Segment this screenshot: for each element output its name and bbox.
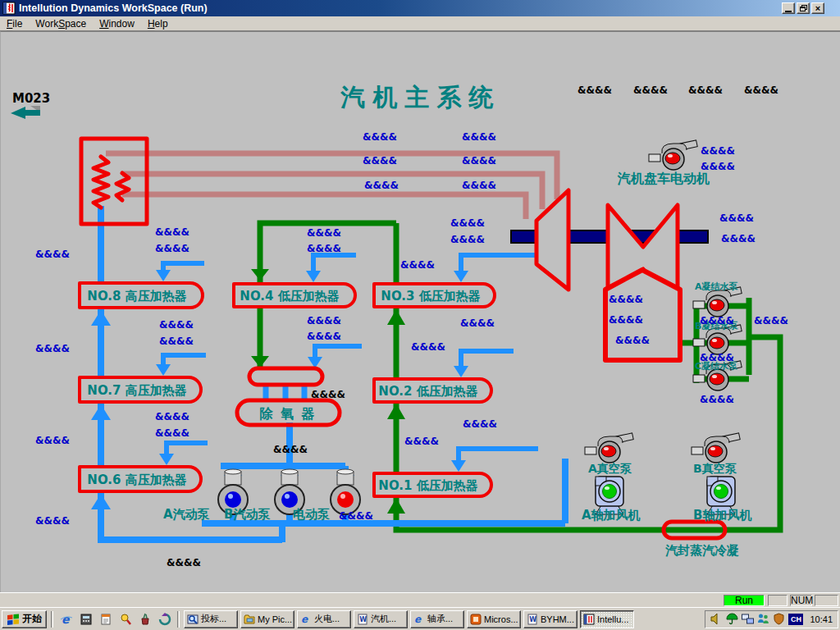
taskbar: 开始 e 投标... My Pic... e 火电... W 汽机... e 轴… — [0, 607, 840, 630]
condensate-pump-a-label: A凝结水泵 — [695, 281, 739, 292]
title-bar: Intellution Dynamics WorkSpace (Run) × — [0, 0, 840, 16]
numlock-indicator: NUM — [790, 595, 812, 606]
task-button-zhoucheng[interactable]: e 轴承... — [410, 610, 464, 628]
svg-text:&&&&: &&&& — [155, 427, 189, 439]
workspace-app-icon[interactable] — [2, 2, 16, 15]
umbrella-icon[interactable] — [726, 613, 738, 625]
svg-text:&&&&: &&&& — [307, 331, 341, 342]
vacuum-pump-b-icon — [692, 433, 740, 463]
users-icon[interactable] — [757, 613, 769, 625]
feed-pump-electric-label: 电动泵 — [293, 507, 331, 522]
svg-text:&&&&: &&&& — [363, 155, 397, 167]
turbine-main-system-diagram: M023 汽机主系统 — [1, 32, 840, 592]
restore-button[interactable] — [797, 2, 810, 14]
flow-arrow-down — [251, 356, 269, 368]
svg-text:&&&&: &&&& — [462, 180, 496, 191]
svg-text:&&&&: &&&& — [633, 84, 668, 96]
media-app-icon — [470, 614, 482, 625]
svg-text:&&&&: &&&& — [462, 155, 496, 167]
language-indicator[interactable]: CH — [788, 614, 803, 625]
task-button-mypic[interactable]: My Pic... — [240, 610, 294, 628]
svg-text:&&&&: &&&& — [273, 444, 308, 455]
word-doc-icon: W — [527, 614, 538, 625]
search-folder-icon — [187, 614, 199, 625]
heater-no8-label: NO.8 高压加热器 — [87, 289, 186, 304]
feed-pump-b-label: B汽动泵 — [224, 507, 271, 522]
turning-motor-icon — [649, 140, 697, 170]
flow-arrow-up — [387, 404, 405, 419]
quicklaunch-notes-icon[interactable] — [97, 610, 114, 628]
word-doc-icon: W — [357, 614, 368, 625]
close-button[interactable]: × — [811, 2, 824, 14]
svg-text:&&&&: &&&& — [700, 352, 734, 363]
deaerator-head-tank — [249, 368, 322, 385]
menu-help[interactable]: Help — [141, 17, 175, 30]
tray-app-icon[interactable] — [773, 613, 785, 625]
svg-text:&&&&: &&&& — [609, 314, 643, 326]
heater-no7-label: NO.7 高压加热器 — [87, 383, 186, 398]
folder-icon — [244, 614, 255, 625]
flow-arrow-up — [387, 498, 405, 514]
quicklaunch-calculator-icon[interactable] — [77, 610, 94, 628]
quicklaunch-ie-icon[interactable]: e — [57, 610, 75, 628]
task-button-huodian[interactable]: e 火电... — [297, 610, 351, 628]
quicklaunch-brush-cup-icon[interactable] — [136, 610, 153, 628]
menu-workspace[interactable]: WorkSpace — [29, 17, 93, 30]
taskbar-separator — [177, 611, 180, 628]
close-icon: × — [815, 4, 820, 12]
svg-text:&&&&: &&&& — [460, 317, 495, 329]
menu-bar: File WorkSpace Window Help — [0, 16, 840, 31]
heater-no4-label: NO.4 低压加热器 — [240, 289, 339, 304]
picture-tag: M023 — [12, 91, 50, 106]
vacuum-pump-a-icon — [585, 433, 633, 463]
volume-icon[interactable] — [710, 613, 723, 625]
svg-text:&&&&: &&&& — [701, 145, 735, 157]
quicklaunch-search-icon[interactable] — [116, 610, 134, 628]
menu-file[interactable]: File — [0, 17, 29, 30]
svg-text:&&&&: &&&& — [721, 233, 756, 244]
system-tray: CH 10:41 — [705, 610, 838, 628]
flow-arrow-down — [251, 269, 269, 281]
heater-no3-label: NO.3 低压加热器 — [381, 289, 480, 304]
svg-text:&&&&: &&&& — [701, 161, 735, 172]
diagram-title: 汽机主系统 — [340, 83, 501, 112]
svg-text:&&&&: &&&& — [688, 84, 723, 96]
start-button[interactable]: 开始 — [2, 610, 47, 628]
ie-icon: e — [413, 614, 425, 625]
quicklaunch-media-icon[interactable] — [156, 610, 173, 628]
svg-text:&&&&: &&&& — [35, 515, 70, 527]
windows-logo-icon — [7, 613, 20, 625]
svg-text:&&&&: &&&& — [311, 389, 345, 400]
svg-text:&&&&: &&&& — [609, 294, 643, 305]
task-button-micros[interactable]: Micros... — [467, 610, 521, 628]
vacuum-pump-b-label: B真空泵 — [693, 462, 737, 475]
svg-text:&&&&: &&&& — [155, 243, 189, 254]
deaerator-label: 除 氧 器 — [259, 406, 316, 422]
vacuum-pump-a-label: A真空泵 — [588, 462, 632, 475]
network-icon[interactable] — [742, 613, 754, 625]
svg-text:e: e — [62, 613, 71, 626]
task-button-qiji[interactable]: W 汽机... — [354, 610, 408, 628]
svg-text:&&&&: &&&& — [307, 227, 341, 239]
run-mode-indicator: Run — [724, 595, 765, 606]
start-label: 开始 — [22, 612, 42, 626]
clock[interactable]: 10:41 — [806, 614, 833, 624]
turning-motor-label: 汽机盘车电动机 — [617, 171, 710, 186]
svg-text:&&&&: &&&& — [400, 259, 435, 271]
heater-coil — [94, 157, 108, 208]
task-button-byhm[interactable]: W BYHM... — [523, 610, 578, 628]
svg-text:&&&&: &&&& — [754, 315, 788, 326]
gland-condenser-label: 汽封蒸汽冷凝 — [665, 543, 739, 558]
svg-text:&&&&: &&&& — [450, 217, 485, 229]
svg-text:W: W — [359, 616, 367, 623]
task-button-intellution-active[interactable]: Intellu... — [580, 610, 634, 628]
menu-window[interactable]: Window — [93, 17, 141, 30]
minimize-button[interactable] — [782, 2, 795, 14]
svg-text:&&&&: &&&& — [404, 436, 439, 447]
workspace-app-icon — [583, 614, 595, 625]
svg-text:W: W — [529, 616, 536, 623]
svg-text:&&&&: &&&& — [462, 131, 496, 143]
svg-text:&&&&: &&&& — [700, 394, 734, 405]
feed-pump-electric — [331, 469, 360, 514]
task-button-toubiao[interactable]: 投标... — [184, 610, 238, 628]
